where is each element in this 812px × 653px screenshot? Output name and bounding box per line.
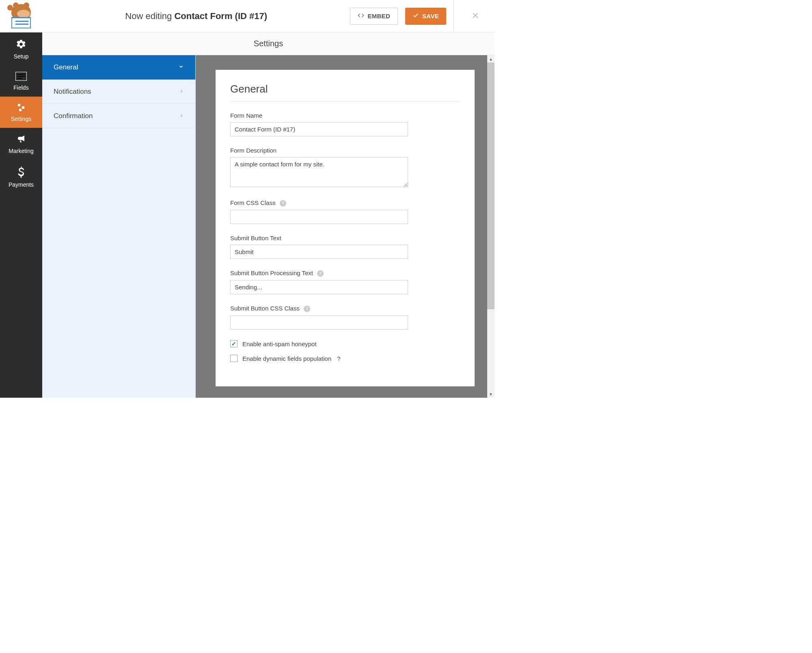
close-button[interactable] — [461, 10, 490, 23]
bullhorn-icon — [0, 134, 42, 145]
subnav-general[interactable]: General — [42, 55, 195, 80]
form-css-label: Form CSS Class ? — [230, 199, 460, 207]
main: Setup Fields Settings Marketing — [0, 32, 495, 398]
form-desc-label: Form Description — [230, 147, 460, 154]
center: Settings General Notifications — [42, 32, 495, 398]
settings-panel: General Form Name Form Description Form … — [216, 70, 475, 386]
honeypot-checkbox[interactable] — [230, 340, 238, 347]
leftnav-fields[interactable]: Fields — [0, 65, 42, 97]
leftnav-setup[interactable]: Setup — [0, 32, 42, 65]
leftnav: Setup Fields Settings Marketing — [0, 32, 42, 398]
code-icon — [358, 12, 364, 20]
help-icon[interactable]: ? — [337, 355, 340, 362]
honeypot-label: Enable anti-spam honeypot — [242, 341, 317, 347]
topbar: Now editing Contact Form (ID #17) EMBED … — [0, 0, 495, 32]
form-desc-input[interactable] — [230, 157, 408, 187]
check-icon — [412, 12, 419, 20]
subnav-general-label: General — [54, 63, 78, 71]
subnav-confirmation[interactable]: Confirmation — [42, 104, 195, 128]
submit-text-label: Submit Button Text — [230, 235, 460, 241]
embed-button[interactable]: EMBED — [350, 8, 398, 25]
leftnav-marketing[interactable]: Marketing — [0, 128, 42, 160]
subnav-notifications[interactable]: Notifications — [42, 80, 195, 104]
leftnav-settings-label: Settings — [11, 116, 32, 122]
svg-rect-2 — [17, 76, 25, 77]
sliders-icon — [0, 103, 42, 113]
submit-css-label: Submit Button CSS Class ? — [230, 305, 460, 312]
subnav-confirmation-label: Confirmation — [54, 112, 93, 120]
field-submit-css: Submit Button CSS Class ? — [230, 305, 460, 330]
chevron-right-icon — [179, 88, 184, 96]
help-icon[interactable]: ? — [280, 200, 286, 207]
chevron-down-icon — [178, 63, 184, 71]
dynamic-label: Enable dynamic fields population — [242, 355, 331, 362]
settings-subnav: General Notifications Confirmation — [42, 55, 196, 398]
vertical-divider — [454, 0, 454, 32]
submit-text-input[interactable] — [230, 245, 408, 259]
field-submit-processing: Submit Button Processing Text ? — [230, 269, 460, 294]
top-actions: EMBED SAVE — [350, 0, 495, 32]
editing-prefix: Now editing — [125, 11, 174, 21]
form-css-input[interactable] — [230, 210, 408, 224]
editing-title: Now editing Contact Form (ID #17) — [42, 11, 350, 22]
editing-name: Contact Form (ID #17) — [174, 11, 267, 21]
submit-proc-input[interactable] — [230, 280, 408, 294]
subnav-notifications-label: Notifications — [54, 88, 91, 96]
check-honeypot-row: Enable anti-spam honeypot — [230, 340, 460, 347]
svg-rect-3 — [17, 78, 22, 79]
logo-slot — [0, 0, 42, 32]
dollar-icon — [0, 166, 42, 179]
embed-label: EMBED — [367, 13, 390, 19]
wpforms-logo[interactable] — [9, 4, 33, 28]
field-form-css: Form CSS Class ? — [230, 199, 460, 224]
scrollbar-thumb[interactable] — [487, 62, 495, 309]
svg-rect-8 — [22, 106, 24, 109]
gear-icon — [0, 39, 42, 51]
leftnav-payments-label: Payments — [9, 181, 34, 188]
help-icon[interactable]: ? — [304, 306, 310, 312]
save-button[interactable]: SAVE — [405, 8, 446, 25]
scroll-down-icon[interactable]: ▼ — [487, 390, 495, 398]
svg-rect-1 — [17, 74, 25, 75]
panel-heading: General — [230, 83, 460, 101]
canvas: General Form Name Form Description Form … — [196, 55, 495, 398]
work-area: General Notifications Confirmation — [42, 55, 495, 398]
form-name-label: Form Name — [230, 112, 460, 119]
leftnav-settings[interactable]: Settings — [0, 97, 42, 128]
field-form-description: Form Description — [230, 147, 460, 189]
field-submit-text: Submit Button Text — [230, 235, 460, 259]
dynamic-checkbox[interactable] — [230, 355, 238, 362]
svg-rect-9 — [19, 109, 22, 111]
check-dynamic-row: Enable dynamic fields population ? — [230, 355, 460, 362]
app-root: Now editing Contact Form (ID #17) EMBED … — [0, 0, 495, 398]
submit-proc-label: Submit Button Processing Text ? — [230, 269, 460, 277]
save-label: SAVE — [422, 13, 439, 19]
leftnav-setup-label: Setup — [14, 53, 29, 60]
page-title: Settings — [42, 32, 495, 55]
chevron-right-icon — [179, 112, 184, 120]
list-icon — [0, 72, 42, 82]
field-form-name: Form Name — [230, 112, 460, 136]
scroll-up-icon[interactable]: ▲ — [487, 55, 495, 62]
svg-rect-7 — [18, 104, 20, 106]
leftnav-payments[interactable]: Payments — [0, 160, 42, 194]
submit-css-input[interactable] — [230, 315, 408, 330]
leftnav-marketing-label: Marketing — [9, 148, 33, 154]
help-icon[interactable]: ? — [317, 270, 324, 277]
form-name-input[interactable] — [230, 122, 408, 136]
leftnav-fields-label: Fields — [13, 84, 28, 91]
